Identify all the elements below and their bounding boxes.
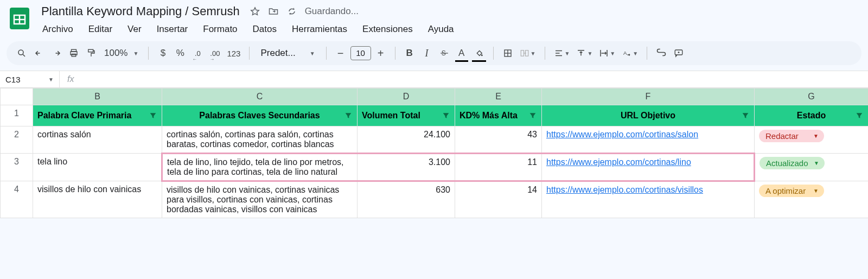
svg-point-12 <box>481 54 482 56</box>
status-pill[interactable]: Actualizado▼ <box>760 157 825 169</box>
filter-icon[interactable] <box>344 111 353 120</box>
cell-secondary[interactable]: cortinas salón, cortinas para salón, cor… <box>162 126 358 154</box>
status-pill[interactable]: A optimizar▼ <box>759 185 824 197</box>
cell-status[interactable]: A optimizar▼ <box>755 181 869 218</box>
font-size-input[interactable]: 10 <box>350 46 371 60</box>
row-header[interactable]: 2 <box>1 126 33 154</box>
menu-extensions[interactable]: Extensiones <box>360 23 415 36</box>
select-all-corner[interactable] <box>1 88 33 105</box>
menu-file[interactable]: Archivo <box>40 23 75 36</box>
col-header-D[interactable]: D <box>358 88 455 105</box>
cell-secondary[interactable]: tela de lino, lino tejido, tela de lino … <box>162 154 358 181</box>
header-kd[interactable]: KD% Más Alta <box>455 105 542 126</box>
header-volume[interactable]: Volumen Total <box>358 105 455 126</box>
cell-secondary[interactable]: visillos de hilo con vainicas, cortinas … <box>162 181 358 218</box>
merge-cells-button[interactable]: ▼ <box>518 46 538 61</box>
cell-url[interactable]: https://www.ejemplo.com/cortinas/salon <box>542 126 755 154</box>
header-secondary[interactable]: Palabras Claves Secundarias <box>162 105 358 126</box>
move-folder-icon[interactable] <box>268 6 279 17</box>
print-icon[interactable] <box>66 46 81 61</box>
svg-rect-8 <box>72 54 76 57</box>
chevron-down-icon: ▼ <box>531 50 536 56</box>
menu-view[interactable]: Ver <box>125 23 144 36</box>
increase-decimal-button[interactable]: .00→ <box>207 46 222 61</box>
col-header-E[interactable]: E <box>455 88 542 105</box>
search-icon[interactable] <box>14 46 29 61</box>
divider <box>249 47 250 60</box>
cell-url[interactable]: https://www.ejemplo.com/cortinas/visillo… <box>542 181 755 218</box>
col-header-B[interactable]: B <box>33 88 162 105</box>
borders-button[interactable] <box>500 46 515 61</box>
cell-kd[interactable]: 11 <box>455 154 542 181</box>
percent-button[interactable]: % <box>173 46 188 61</box>
insert-comment-button[interactable] <box>671 46 686 61</box>
spreadsheet-grid[interactable]: B C D E F G 1 Palabra Clave Primaria Pal… <box>0 88 868 218</box>
table-header-row: 1 Palabra Clave Primaria Palabras Claves… <box>1 105 869 126</box>
cell-primary[interactable]: cortinas salón <box>33 126 162 154</box>
chevron-down-icon: ▼ <box>813 188 819 194</box>
col-header-G[interactable]: G <box>755 88 869 105</box>
cloud-sync-icon[interactable] <box>286 6 297 17</box>
link[interactable]: https://www.ejemplo.com/cortinas/salon <box>546 130 698 139</box>
redo-icon[interactable] <box>49 46 64 61</box>
decrease-font-size-button[interactable]: − <box>333 46 348 61</box>
status-pill[interactable]: Redactar▼ <box>759 130 824 142</box>
decrease-decimal-button[interactable]: .0← <box>190 46 205 61</box>
star-icon[interactable] <box>250 6 260 17</box>
filter-icon[interactable] <box>855 111 864 120</box>
link[interactable]: https://www.ejemplo.com/cortinas/visillo… <box>546 185 703 194</box>
fill-color-button[interactable] <box>471 46 487 61</box>
cell-kd[interactable]: 14 <box>455 181 542 218</box>
row-header[interactable]: 4 <box>1 181 33 218</box>
sheets-app-icon[interactable] <box>7 5 33 31</box>
menu-insert[interactable]: Insertar <box>155 23 190 36</box>
cell-primary[interactable]: tela lino <box>33 154 162 181</box>
menu-edit[interactable]: Editar <box>86 23 114 36</box>
menu-tools[interactable]: Herramientas <box>290 23 349 36</box>
chevron-down-icon: ▼ <box>587 50 592 56</box>
cell-kd[interactable]: 43 <box>455 126 542 154</box>
text-color-button[interactable]: A <box>454 46 469 61</box>
table-row: 4 visillos de hilo con vainicas visillos… <box>1 181 869 218</box>
cell-volume[interactable]: 630 <box>358 181 455 218</box>
increase-font-size-button[interactable]: + <box>373 46 388 61</box>
header-url[interactable]: URL Objetivo <box>542 105 755 126</box>
filter-icon[interactable] <box>442 111 450 120</box>
number-format-button[interactable]: 123 <box>225 46 242 61</box>
cell-status[interactable]: Actualizado▼ <box>755 154 869 181</box>
text-rotation-button[interactable]: A▼ <box>620 46 640 61</box>
name-box[interactable]: C13 ▼ <box>0 71 60 87</box>
link[interactable]: https://www.ejemplo.com/cortinas/lino <box>546 157 691 167</box>
header-status[interactable]: Estado <box>755 105 869 126</box>
bold-button[interactable]: B <box>402 46 417 61</box>
col-header-F[interactable]: F <box>542 88 755 105</box>
col-header-C[interactable]: C <box>162 88 358 105</box>
currency-button[interactable]: $ <box>155 46 170 61</box>
text-wrap-button[interactable]: ▼ <box>597 46 617 61</box>
cell-status[interactable]: Redactar▼ <box>755 126 869 154</box>
zoom-select[interactable]: 100%▼ <box>101 48 142 59</box>
filter-icon[interactable] <box>528 111 537 120</box>
menu-format[interactable]: Formato <box>201 23 239 36</box>
cell-primary[interactable]: visillos de hilo con vainicas <box>33 181 162 218</box>
cell-volume[interactable]: 24.100 <box>358 126 455 154</box>
horizontal-align-button[interactable]: ▼ <box>552 46 572 61</box>
menu-help[interactable]: Ayuda <box>426 23 456 36</box>
strikethrough-button[interactable]: S <box>437 46 452 61</box>
cell-url[interactable]: https://www.ejemplo.com/cortinas/lino <box>542 154 755 181</box>
row-header-1[interactable]: 1 <box>1 105 33 126</box>
insert-link-button[interactable] <box>654 46 669 61</box>
divider <box>493 47 494 60</box>
italic-button[interactable]: I <box>419 46 435 61</box>
header-primary[interactable]: Palabra Clave Primaria <box>33 105 162 126</box>
row-header[interactable]: 3 <box>1 154 33 181</box>
vertical-align-button[interactable]: ▼ <box>574 46 595 61</box>
filter-icon[interactable] <box>741 111 750 120</box>
menu-data[interactable]: Datos <box>251 23 279 36</box>
cell-volume[interactable]: 3.100 <box>358 154 455 181</box>
font-select[interactable]: Predet...▼ <box>256 48 319 59</box>
doc-title[interactable]: Plantilla Keyword Mapping / Semrush <box>39 3 242 20</box>
undo-icon[interactable] <box>31 46 47 61</box>
paint-format-icon[interactable] <box>84 46 99 61</box>
filter-icon[interactable] <box>149 111 157 120</box>
